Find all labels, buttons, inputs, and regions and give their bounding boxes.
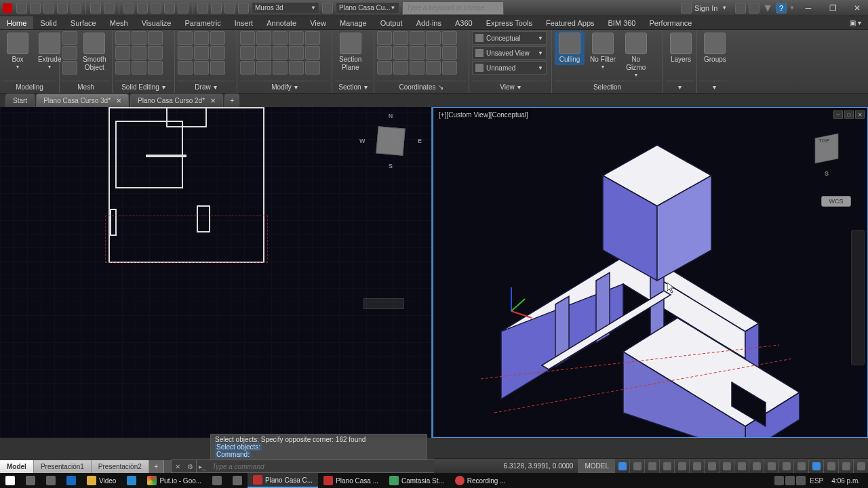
viewport-2d[interactable]: N S E W [0, 107, 433, 438]
coordinates-readout[interactable]: 6.3128, 3.9991, 0.0000 [498, 462, 579, 470]
autocad2-button[interactable]: Plano Casa ... [318, 473, 384, 488]
section-plane-button[interactable]: Section Plane [335, 31, 366, 73]
layer-off-icon[interactable] [197, 3, 208, 14]
help-icon[interactable]: ? [776, 3, 787, 14]
sb-isolate-icon[interactable] [823, 460, 838, 473]
ribbon-tab-express[interactable]: Express Tools [479, 16, 539, 29]
mo-2[interactable] [256, 31, 271, 45]
panel-title-modify[interactable]: Modify ▾ [240, 81, 329, 93]
window-minimize-button[interactable]: ─ [797, 1, 819, 16]
co-8[interactable] [410, 46, 425, 60]
mo-10[interactable] [305, 46, 320, 60]
ribbon-tab-visualize[interactable]: Visualize [135, 16, 178, 29]
language-indicator[interactable]: ESP [807, 477, 826, 485]
qat-saveas-icon[interactable] [57, 3, 68, 14]
ribbon-tab-manage[interactable]: Manage [333, 16, 374, 29]
co-13[interactable] [410, 61, 425, 75]
sb-gear-icon[interactable] [793, 460, 808, 473]
dr-2[interactable] [194, 31, 209, 45]
visual-style-combo[interactable]: Conceptual▼ [472, 31, 547, 45]
qat-btn11-icon[interactable] [164, 3, 175, 14]
qat-btn10-icon[interactable] [151, 3, 161, 14]
sign-in-button[interactable]: Sign In▼ [675, 3, 732, 14]
qat-match-icon[interactable] [137, 3, 148, 14]
dr-7[interactable] [178, 61, 193, 75]
chrome-button[interactable]: Put.io - Goo... [142, 473, 207, 488]
co-15[interactable] [442, 61, 457, 75]
layers-button[interactable]: Layers [666, 31, 696, 65]
mo-1[interactable] [240, 31, 255, 45]
no-filter-button[interactable]: No Filter▾ [586, 31, 620, 72]
nav-bar-icon[interactable] [363, 298, 404, 309]
co-3[interactable] [410, 31, 425, 45]
vp-maximize-button[interactable]: □ [844, 110, 854, 119]
mo-6[interactable] [240, 46, 255, 60]
co-5[interactable] [442, 31, 457, 45]
file-tab-start[interactable]: Start [5, 94, 35, 107]
qat-open-icon[interactable] [30, 3, 41, 14]
ribbon-tab-bim360[interactable]: BIM 360 [601, 16, 643, 29]
tray-chevron-icon[interactable] [774, 476, 784, 485]
app2-button[interactable] [227, 473, 248, 488]
search-button[interactable] [20, 473, 41, 488]
layer-freeze-icon[interactable] [211, 3, 222, 14]
mo-13[interactable] [273, 61, 288, 75]
ribbon-tab-view[interactable]: View [303, 16, 333, 29]
ribbon-tab-insert[interactable]: Insert [228, 16, 260, 29]
viewcube-icon[interactable] [376, 126, 405, 155]
tray-network-icon[interactable] [785, 476, 795, 485]
cmd-close-button[interactable]: ✕ [172, 460, 184, 472]
mo-5[interactable] [305, 31, 320, 45]
file-tab-2d[interactable]: Plano Casa Curso 2d*✕ [130, 94, 223, 107]
ribbon-tab-addins[interactable]: Add-ins [410, 16, 448, 29]
mo-3[interactable] [273, 31, 288, 45]
mesh-btn3[interactable] [62, 61, 77, 75]
panel-title-modeling[interactable]: Modeling [3, 81, 56, 93]
se-2[interactable] [132, 31, 146, 45]
space-badge[interactable]: MODEL [578, 459, 614, 473]
panel-title-solid-editing[interactable]: Solid Editing ▾ [115, 81, 172, 93]
ribbon-tab-home[interactable]: Home [0, 16, 33, 29]
sb-cycle-icon[interactable] [778, 460, 793, 473]
recording-button[interactable]: Recording ... [450, 473, 511, 488]
ie-button[interactable] [121, 473, 142, 488]
dr-3[interactable] [210, 31, 225, 45]
layer-combo[interactable]: Muros 3d ▼ [252, 2, 319, 14]
close-icon[interactable]: ✕ [210, 97, 216, 104]
co-4[interactable] [426, 31, 441, 45]
vp-close-button[interactable]: ✕ [855, 110, 865, 119]
layout-tab-p2[interactable]: Presentación2 [92, 460, 149, 473]
sb-ortho-icon[interactable] [659, 460, 674, 473]
sb-otrack-icon[interactable] [734, 460, 749, 473]
panel-title-layers[interactable]: ▾ [666, 81, 694, 93]
panel-title-coordinates[interactable]: Coordinates ↘ [377, 81, 466, 93]
qat-undo-icon[interactable] [90, 3, 101, 14]
se-3[interactable] [148, 31, 163, 45]
mo-4[interactable] [289, 31, 304, 45]
explorer-button[interactable]: Video [81, 473, 121, 488]
co-10[interactable] [442, 46, 457, 60]
sb-lwt-icon[interactable] [749, 460, 764, 473]
no-gizmo-button[interactable]: No Gizmo▾ [621, 31, 651, 80]
panel-title-mesh[interactable]: Mesh [62, 81, 109, 93]
se-7[interactable] [115, 61, 130, 75]
co-12[interactable] [393, 61, 408, 75]
ribbon-tab-a360[interactable]: A360 [448, 16, 479, 29]
a360-icon[interactable] [749, 3, 760, 14]
app-logo-icon[interactable] [3, 3, 12, 13]
sb-arrow-icon[interactable] [644, 460, 659, 473]
smooth-object-button[interactable]: Smooth Object [79, 31, 110, 73]
sb-customize-icon[interactable] [853, 460, 868, 473]
wcs-badge[interactable]: WCS [821, 196, 851, 207]
panel-title-section[interactable]: Section ▾ [335, 81, 371, 93]
qat-redo-icon[interactable] [104, 3, 115, 14]
window-close-button[interactable]: ✕ [846, 1, 868, 16]
se-4[interactable] [115, 46, 130, 60]
layout-tab-p1[interactable]: Presentación1 [34, 460, 92, 473]
mo-7[interactable] [256, 46, 271, 60]
mo-11[interactable] [240, 61, 255, 75]
help-search-input[interactable] [402, 1, 504, 15]
dr-6[interactable] [210, 46, 225, 60]
vp-minimize-button[interactable]: ─ [833, 110, 843, 119]
viewport-3d[interactable]: [+][Custom View][Conceptual] ─ □ ✕ S TOP… [433, 107, 868, 438]
